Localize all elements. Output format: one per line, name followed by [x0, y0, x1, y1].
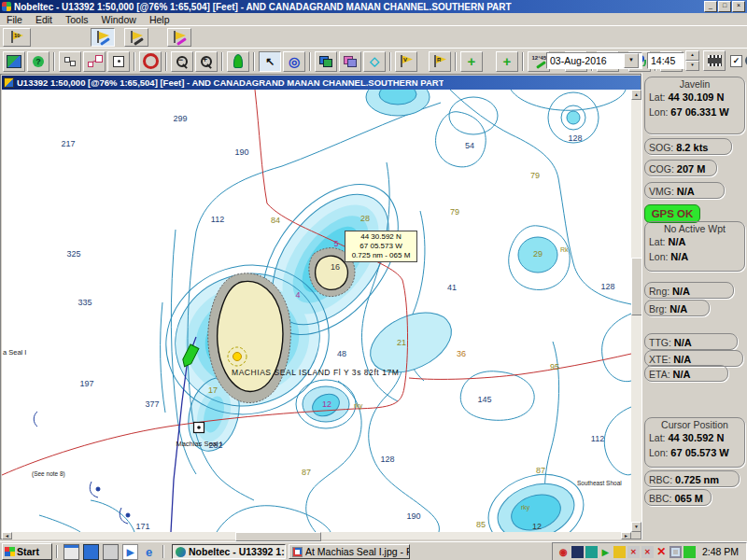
film-icon [708, 55, 722, 66]
date-select[interactable]: 03-Aug-2016 [546, 52, 642, 69]
chart-window-title: U13392 1:50,000 [@76% 1:65,504] [Feet] -… [17, 77, 444, 88]
mob-button[interactable] [283, 51, 305, 72]
start-button[interactable]: Start [2, 543, 52, 560]
diamond-button[interactable] [363, 51, 386, 72]
tray-signal-icon[interactable] [684, 546, 696, 558]
taskbar-clock[interactable]: 2:48 PM [702, 546, 739, 557]
vessel-name: Javelin [649, 78, 744, 90]
menu-tools[interactable]: Tools [59, 14, 95, 25]
route-button[interactable] [83, 51, 106, 72]
menu-edit[interactable]: Edit [29, 14, 59, 25]
time-series-button[interactable] [703, 50, 726, 71]
show-desktop-icon[interactable] [63, 544, 79, 560]
dropdown-arrow-icon[interactable] [624, 53, 639, 68]
quick-launch-icon-3[interactable] [103, 544, 119, 560]
media-player-icon[interactable] [122, 544, 138, 560]
menu-window[interactable]: Window [95, 14, 143, 25]
scroll-left-icon[interactable] [2, 532, 12, 539]
ttg-readout: TTG: N/A [644, 333, 738, 350]
menu-help[interactable]: Help [143, 14, 176, 25]
tray-magnifier-icon[interactable]: ◉ [557, 546, 570, 558]
green-cross-icon-2 [503, 55, 512, 68]
hscroll-thumb[interactable] [235, 532, 321, 541]
time-spinner[interactable] [685, 50, 699, 71]
windows-button[interactable] [339, 51, 361, 72]
waypoint-button[interactable] [59, 51, 81, 72]
maximize-button[interactable] [718, 1, 731, 12]
start-label: Start [17, 546, 39, 557]
os-taskbar: Start Nobeltec - U13392 1:5... At Machia… [0, 541, 747, 560]
menu-bar: File Edit Tools Window Help [0, 13, 747, 25]
chart-canvas[interactable]: 44 30.592 N 67 05.573 W 0.725 nm - 065 M… [2, 90, 631, 532]
nobeltec-app-icon [2, 2, 11, 11]
vmg-readout: VMG: N/A [644, 182, 725, 199]
zoom-out-icon [176, 56, 187, 66]
cursor-mode-button[interactable] [259, 51, 281, 72]
scroll-right-icon[interactable] [621, 532, 631, 539]
chart-view-button[interactable] [3, 51, 25, 72]
wpt-lon-readout: Lon: N/A [649, 249, 744, 264]
mark-button[interactable] [107, 51, 130, 72]
quick-launch-icon-2[interactable] [83, 544, 99, 560]
tray-red-x-icon[interactable]: ✕ [655, 546, 668, 558]
close-button[interactable] [732, 1, 745, 12]
tray-teal-app-icon[interactable] [585, 546, 598, 558]
toolbar-row-2: 03-Aug-2016 14:45 [0, 48, 747, 75]
vessel-lat-readout: Lat: 44 30.109 N [649, 90, 744, 105]
flag-tide-button[interactable] [91, 28, 115, 47]
flag-pen-icon [172, 31, 187, 44]
latlon-green-icon [532, 55, 546, 67]
tray-green-arrow-icon[interactable]: ▶ [599, 546, 612, 558]
buoy-button[interactable] [227, 51, 249, 72]
flag-tools-button[interactable] [124, 28, 148, 47]
flag-v-button[interactable] [395, 51, 417, 72]
station-marker [194, 423, 204, 433]
paint-task-icon [292, 547, 303, 557]
tray-network-error-icon-1[interactable]: ✕ [627, 546, 640, 558]
realtime-checkbox[interactable] [730, 55, 742, 67]
compass-button[interactable] [139, 51, 162, 72]
task-label: At Machias Seal I.jpg - Paint [305, 546, 410, 557]
zoom-out-button[interactable] [171, 51, 193, 72]
tray-network-error-icon-2[interactable]: ✕ [641, 546, 654, 558]
system-tray: ◉ ▶ ✕ ✕ ✕ 2:48 PM [552, 542, 747, 560]
layers-button[interactable] [315, 51, 337, 72]
waypoint-title: No Active Wpt [649, 223, 744, 234]
datetime-cluster: 03-Aug-2016 14:45 [546, 51, 747, 70]
flag-r-button[interactable] [429, 51, 451, 72]
waypoint-icon [63, 56, 77, 67]
wpt-lat-readout: Lat: N/A [649, 234, 744, 249]
menu-file[interactable]: File [0, 14, 29, 25]
flag-tide-icon [95, 31, 110, 44]
bbc-readout: BBC: 065 M [644, 489, 712, 506]
internet-explorer-icon[interactable] [142, 545, 156, 559]
zoom-in-icon [201, 56, 211, 66]
app-title: Nobeltec - U13392 1:50,000 [@76% 1:65,50… [14, 2, 703, 12]
scroll-down-icon[interactable] [631, 522, 641, 532]
tray-dark-app-icon[interactable] [571, 546, 584, 558]
tray-volume-icon[interactable] [613, 546, 626, 558]
tray-monitor-icon[interactable] [669, 546, 682, 558]
vertical-scrollbar[interactable] [631, 90, 641, 532]
center-vessel-button[interactable] [460, 51, 483, 72]
minimize-button[interactable] [704, 1, 717, 12]
horizontal-scrollbar[interactable] [2, 532, 631, 539]
layers-icon [319, 56, 332, 67]
scroll-up-icon[interactable] [631, 90, 641, 100]
cursor-panel-title: Cursor Position [649, 419, 744, 430]
task-paint[interactable]: At Machias Seal I.jpg - Paint [289, 544, 410, 559]
chart-symbols [34, 412, 130, 524]
task-label: Nobeltec - U13392 1:5... [189, 546, 286, 557]
nav-data-sidebar: Javelin Lat: 44 30.109 N Lon: 67 06.331 … [641, 73, 747, 539]
cursor-lat-readout: Lat: 44 30.592 N [649, 430, 744, 445]
flag-pen-button[interactable] [167, 28, 191, 47]
buoy-icon [233, 54, 243, 68]
zoom-in-button[interactable] [195, 51, 218, 72]
center-cursor-button[interactable] [496, 51, 518, 72]
time-input[interactable]: 14:45 [647, 52, 684, 69]
info-button[interactable] [27, 51, 49, 72]
green-cross-icon [468, 55, 476, 68]
cursor-panel: Cursor Position Lat: 44 30.592 N Lon: 67… [644, 417, 745, 468]
flag-10-button[interactable] [3, 28, 31, 47]
task-nobeltec[interactable]: Nobeltec - U13392 1:5... [172, 544, 286, 559]
